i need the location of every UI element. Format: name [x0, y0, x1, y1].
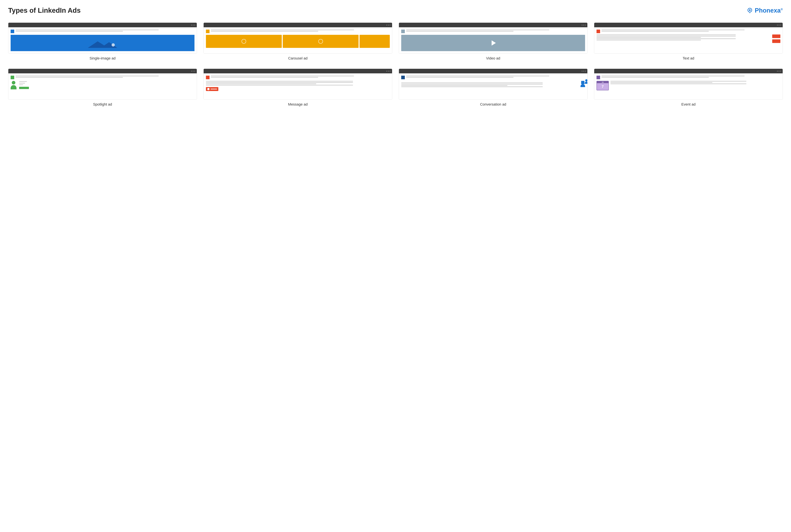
ad-item-spotlight: Spotlight ad — [8, 69, 197, 107]
browser-dot — [193, 71, 193, 72]
line — [406, 77, 513, 78]
browser-frame-video — [399, 22, 587, 54]
event-icon-square — [597, 76, 600, 79]
phonexa-logo-icon — [747, 7, 753, 14]
carousel-card-1 — [206, 35, 282, 48]
conv-head-2 — [585, 79, 587, 81]
text-ad-lines — [597, 35, 771, 43]
ads-grid: Single-image ad — [8, 22, 783, 107]
ad-label-single-image: Single-image ad — [90, 56, 115, 60]
browser-dot — [194, 25, 195, 25]
ad-item-conversation: Conversation ad — [399, 69, 587, 107]
ad-label-event: Event ad — [681, 102, 696, 107]
browser-dot — [777, 71, 778, 72]
line — [211, 77, 318, 78]
line — [601, 76, 745, 76]
logo-text: Phonexa® — [755, 7, 783, 14]
line — [406, 76, 549, 76]
browser-frame-event: 7 — [594, 69, 783, 100]
ad-item-carousel: Carousel ad — [204, 22, 392, 60]
ad-item-event: 7 Event ad — [594, 69, 783, 107]
carousel-card-3 — [360, 35, 390, 48]
single-image-icon-square — [11, 30, 14, 33]
browser-bar — [8, 23, 197, 27]
ad-label-conversation: Conversation ad — [480, 102, 506, 107]
line — [19, 81, 27, 82]
message-lines-top — [211, 76, 390, 78]
person-head-icon — [12, 81, 15, 84]
spotlight-cta-button — [19, 87, 29, 89]
message-cta-button — [206, 87, 218, 91]
browser-frame-carousel — [204, 22, 392, 54]
ad-label-message: Message ad — [288, 102, 308, 107]
line — [597, 40, 701, 40]
browser-dot — [778, 25, 779, 25]
line — [401, 87, 543, 87]
calendar-date-number: 7 — [602, 84, 604, 89]
message-content — [204, 73, 392, 99]
line — [211, 30, 354, 30]
browser-dot — [585, 71, 586, 72]
text-ad-content — [594, 27, 783, 53]
ad-item-video: Video ad — [399, 22, 587, 60]
cta-line — [210, 89, 217, 89]
browser-dot — [780, 71, 781, 72]
svg-rect-2 — [83, 35, 122, 51]
video-lines — [406, 30, 585, 32]
browser-dot — [777, 25, 778, 25]
carousel-icon-square — [206, 30, 209, 33]
carousel-circle — [318, 39, 323, 44]
page-title: Types of LinkedIn Ads — [8, 6, 80, 14]
message-text-section — [206, 81, 390, 91]
event-lines — [610, 81, 780, 84]
conv-body-1 — [581, 84, 585, 87]
ad-label-spotlight: Spotlight ad — [93, 102, 112, 107]
line — [16, 31, 123, 32]
spotlight-lines-top — [16, 76, 194, 78]
browser-frame-message — [204, 69, 392, 100]
browser-dot — [191, 25, 192, 25]
video-content — [399, 27, 587, 53]
browser-dot — [191, 71, 192, 72]
browser-dot — [390, 25, 391, 25]
line — [211, 76, 354, 76]
red-block-large — [772, 35, 780, 38]
line — [597, 37, 701, 38]
conversation-people — [581, 81, 585, 87]
spotlight-info — [19, 81, 29, 89]
conv-text-section — [401, 82, 578, 87]
person-1 — [581, 81, 585, 87]
browser-dot — [778, 71, 779, 72]
svg-point-4 — [112, 43, 115, 46]
line — [610, 83, 747, 84]
cal-tick — [603, 82, 603, 83]
browser-dot — [387, 25, 387, 25]
ad-label-video: Video ad — [486, 56, 500, 60]
browser-dot — [583, 71, 584, 72]
text-icon-square — [597, 30, 600, 33]
conv-lines — [401, 82, 578, 87]
ad-label-text: Text ad — [683, 56, 694, 60]
line — [16, 30, 159, 30]
browser-dot — [780, 25, 781, 25]
line — [16, 76, 159, 76]
browser-bar — [204, 69, 392, 73]
conversation-body — [401, 81, 585, 87]
line — [597, 38, 736, 39]
carousel-content — [204, 27, 392, 53]
line — [19, 84, 23, 85]
cta-circle-icon — [207, 88, 209, 90]
browser-frame-spotlight — [8, 69, 197, 100]
calendar-body: 7 — [597, 83, 608, 90]
line — [601, 77, 709, 78]
line — [401, 85, 507, 86]
line — [206, 85, 353, 86]
message-body — [206, 81, 390, 91]
browser-dot — [583, 25, 584, 25]
line — [206, 83, 316, 84]
spotlight-person — [11, 81, 17, 89]
conversation-content — [399, 73, 587, 99]
logo: Phonexa® — [747, 7, 783, 14]
single-image-content — [8, 27, 197, 53]
line — [211, 31, 318, 32]
